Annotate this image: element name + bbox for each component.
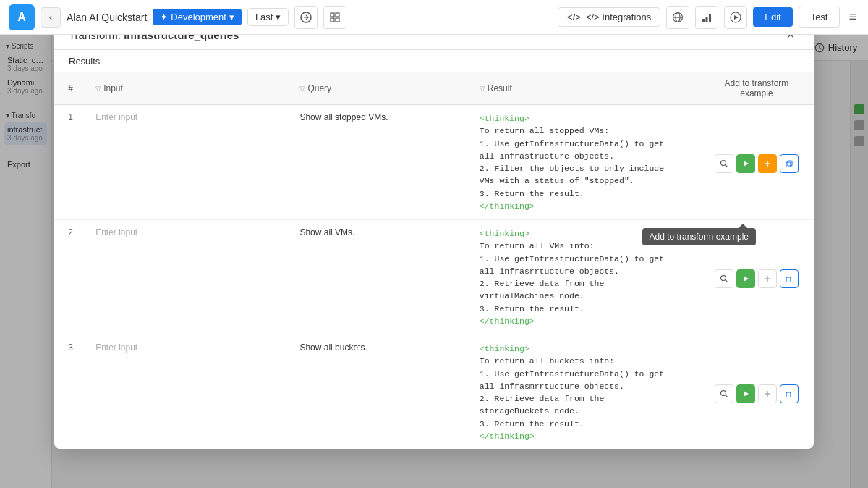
back-button[interactable]: ‹ xyxy=(41,7,61,28)
test-button[interactable]: Test xyxy=(799,7,841,28)
globe-button[interactable] xyxy=(666,6,689,29)
run-btn-row2[interactable] xyxy=(736,269,755,288)
modal-subheader: Results xyxy=(54,50,814,72)
svg-rect-8 xyxy=(702,19,705,22)
table-row: 1 Enter input Show all stopped VMs. <thi… xyxy=(54,105,814,220)
svg-line-15 xyxy=(725,165,727,167)
svg-rect-4 xyxy=(336,18,339,22)
analytics-button[interactable] xyxy=(695,6,718,29)
result-filter-icon: ▽ xyxy=(480,85,485,93)
add-icon xyxy=(764,275,771,282)
search-icon xyxy=(720,159,728,168)
menu-button[interactable]: ≡ xyxy=(846,7,859,28)
col-query: ▽Query xyxy=(291,72,470,105)
globe-icon xyxy=(672,12,684,23)
svg-marker-12 xyxy=(734,15,739,20)
integrations-button[interactable]: </> </> Integrations xyxy=(558,7,660,27)
query-filter-icon: ▽ xyxy=(299,85,305,93)
table-body: 1 Enter input Show all stopped VMs. <thi… xyxy=(54,105,814,450)
add-icon xyxy=(764,160,771,167)
row3-input: Enter input xyxy=(87,335,291,450)
action-buttons-row1 xyxy=(708,151,805,173)
play-icon xyxy=(742,390,749,397)
nav-right: </> </> Integrations Edit Test xyxy=(558,6,840,29)
play-icon xyxy=(730,12,741,23)
copy-btn-row2[interactable] xyxy=(780,269,799,288)
play-button[interactable] xyxy=(724,6,747,29)
icon-btn-1[interactable] xyxy=(294,6,318,29)
share-icon xyxy=(300,12,312,23)
row1-num: 1 xyxy=(54,105,87,220)
action-buttons-row2 xyxy=(708,266,805,288)
svg-point-27 xyxy=(720,391,726,396)
svg-rect-10 xyxy=(709,14,711,22)
input-filter-icon: ▽ xyxy=(95,85,101,93)
row1-result: <thinking> To return all stopped VMs: 1.… xyxy=(471,105,699,220)
svg-rect-2 xyxy=(336,13,339,17)
row2-input: Enter input xyxy=(87,220,291,335)
search-btn-row1[interactable] xyxy=(715,154,733,173)
dropdown-chevron: ▾ xyxy=(276,12,281,22)
search-icon xyxy=(720,274,728,283)
search-btn-row3[interactable] xyxy=(715,384,733,403)
run-btn-row3[interactable] xyxy=(736,384,755,403)
edit-button[interactable]: Edit xyxy=(753,7,792,27)
table-row: 3 Enter input Show all buckets. <thinkin… xyxy=(54,335,814,450)
add-icon xyxy=(764,390,771,397)
branch-selector[interactable]: ✦ Development ▾ xyxy=(153,9,242,25)
code-icon: </> xyxy=(567,12,581,22)
svg-point-21 xyxy=(720,276,726,281)
svg-rect-19 xyxy=(786,162,791,167)
add-example-btn-row1[interactable] xyxy=(758,154,777,173)
copy-icon xyxy=(786,390,793,397)
svg-rect-20 xyxy=(788,161,792,166)
search-btn-row2[interactable] xyxy=(715,269,733,288)
last-dropdown[interactable]: Last ▾ xyxy=(247,8,289,26)
nav-title: Alan AI Quickstart xyxy=(67,12,147,23)
run-btn-row1[interactable] xyxy=(736,154,755,173)
play-icon xyxy=(742,160,749,167)
add-example-btn-row3[interactable] xyxy=(758,384,777,403)
row1-actions xyxy=(699,105,814,220)
row3-result: <thinking> To return all buckets info: 1… xyxy=(471,335,699,450)
svg-marker-16 xyxy=(744,161,749,167)
modal-overlay: Transform: infrastructure_queries × Resu… xyxy=(0,0,868,488)
tooltip: Add to transform example xyxy=(642,228,756,245)
results-label: Results xyxy=(69,56,100,67)
modal: Transform: infrastructure_queries × Resu… xyxy=(54,14,814,449)
copy-btn-row3[interactable] xyxy=(780,384,799,403)
chart-icon xyxy=(701,12,712,23)
svg-rect-9 xyxy=(706,17,708,22)
svg-marker-29 xyxy=(744,391,749,397)
modal-body: # ▽Input ▽Query ▽Result Add to transform… xyxy=(54,72,814,449)
row3-actions xyxy=(699,335,814,450)
col-action: Add to transform example xyxy=(699,72,814,105)
integrations-label: </> Integrations xyxy=(586,12,651,22)
icon-btn-2[interactable] xyxy=(323,6,346,29)
row1-query: Show all stopped VMs. xyxy=(291,105,470,220)
dropdown-label: Last xyxy=(255,12,273,22)
branch-icon: ✦ xyxy=(160,12,168,22)
table-header: # ▽Input ▽Query ▽Result Add to transform… xyxy=(54,72,814,105)
table-container[interactable]: # ▽Input ▽Query ▽Result Add to transform… xyxy=(54,72,814,449)
svg-rect-1 xyxy=(331,13,334,17)
svg-rect-3 xyxy=(331,18,334,22)
svg-rect-32 xyxy=(786,392,791,397)
svg-marker-23 xyxy=(744,276,749,282)
grid-icon xyxy=(329,12,341,23)
col-num: # xyxy=(54,72,87,105)
col-result: ▽Result xyxy=(471,72,699,105)
play-icon xyxy=(742,275,749,282)
app-logo: A xyxy=(9,4,35,30)
add-example-btn-row2[interactable] xyxy=(758,269,777,288)
svg-line-22 xyxy=(725,280,727,282)
svg-rect-26 xyxy=(786,277,791,282)
row3-num: 3 xyxy=(54,335,87,450)
row2-query: Show all VMs. xyxy=(291,220,470,335)
navbar: A ‹ Alan AI Quickstart ✦ Development ▾ L… xyxy=(0,0,868,35)
copy-icon xyxy=(786,160,793,167)
copy-btn-row1[interactable] xyxy=(780,154,799,173)
svg-point-14 xyxy=(720,161,726,166)
search-icon xyxy=(720,390,728,398)
svg-line-28 xyxy=(725,395,727,397)
